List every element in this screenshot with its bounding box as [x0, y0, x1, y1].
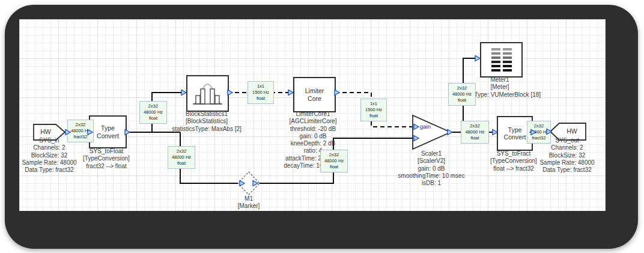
pin-sys-out-in[interactable] — [547, 129, 551, 135]
pin-scaler-out[interactable] — [448, 130, 452, 135]
pin-scaler-signal-in[interactable] — [414, 136, 419, 141]
pin-typeconvert1-in[interactable] — [88, 130, 93, 135]
pin-layer — [0, 0, 644, 253]
screenshot-page: Type Convert Limiter Core Type Convert H… — [0, 0, 644, 253]
pin-typeconvert1-out[interactable] — [125, 130, 130, 135]
pin-typeconvert2-out[interactable] — [531, 130, 536, 135]
pin-scaler-gain-in[interactable] — [414, 124, 419, 130]
pin-limiter-in[interactable] — [288, 90, 293, 96]
pin-blockstatistics-out[interactable] — [228, 90, 232, 96]
pin-typeconvert2-in[interactable] — [493, 130, 497, 135]
pin-limiter-out[interactable] — [335, 90, 339, 96]
pin-sys-in-out[interactable] — [65, 130, 70, 135]
pin-meter-in[interactable] — [475, 56, 480, 61]
pin-marker-out[interactable] — [253, 181, 258, 186]
pin-marker-in[interactable] — [240, 181, 245, 186]
pin-blockstatistics-in[interactable] — [181, 90, 186, 96]
